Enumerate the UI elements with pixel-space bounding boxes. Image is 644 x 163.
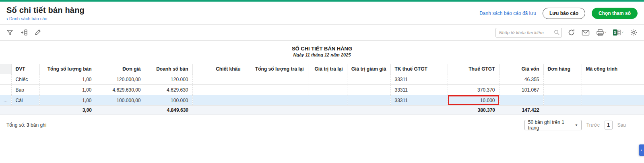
total-chiet_khau bbox=[192, 106, 245, 115]
cell-doanh_so_ban: 120.000 bbox=[145, 74, 192, 85]
cell-gia_tri_giam_gia bbox=[347, 74, 390, 85]
cell-tong_so_luong_ban: 1,00 bbox=[39, 95, 96, 106]
search-input[interactable] bbox=[495, 28, 562, 38]
edit-icon[interactable] bbox=[34, 29, 41, 36]
pager-prev-button[interactable]: Trước bbox=[586, 122, 600, 128]
total-tk_thue_gtgt bbox=[390, 106, 448, 115]
page-size-label: 50 bản ghi trên 1 trang bbox=[528, 119, 575, 131]
cell-tk_thue_gtgt: 33311 bbox=[390, 95, 448, 106]
cell-ma_cong_trinh bbox=[582, 85, 644, 95]
print-icon[interactable]: ˅ bbox=[596, 29, 607, 36]
search-icon[interactable] bbox=[554, 29, 559, 35]
report-subtitle: Ngày 11 tháng 12 năm 2025 bbox=[0, 52, 644, 57]
cell-gia_tri_tra_lai bbox=[308, 95, 347, 106]
search-box bbox=[495, 28, 562, 38]
breadcrumb[interactable]: ‹Danh sách báo cáo bbox=[6, 16, 85, 21]
settings-icon[interactable] bbox=[630, 29, 638, 36]
filter-icon[interactable] bbox=[6, 29, 13, 36]
choose-params-button[interactable]: Chọn tham số bbox=[592, 8, 638, 19]
col-header-actions[interactable] bbox=[0, 64, 11, 74]
table-row[interactable]: Chiếc1,00120.000,00120.0003331146.355 bbox=[0, 74, 644, 85]
table-row[interactable]: ...Cái1,00100.000,00100.0003331110.000 bbox=[0, 95, 644, 106]
report-heading: SỔ CHI TIẾT BÁN HÀNG Ngày 11 tháng 12 nă… bbox=[0, 46, 644, 57]
cell-chiet_khau bbox=[192, 85, 245, 95]
cell-thue_gtgt: 10.000 bbox=[448, 95, 499, 106]
table-footer: Tổng số: 3 bản ghi 50 bản ghi trên 1 tra… bbox=[0, 120, 644, 130]
cell-don_gia: 100.000,00 bbox=[96, 95, 145, 106]
cell-gia_tri_tra_lai bbox=[308, 85, 347, 95]
total-doanh_so_ban: 4.849.630 bbox=[145, 106, 192, 115]
cell-gia_von: 46.355 bbox=[499, 74, 543, 85]
cell-don_gia: 120.000,00 bbox=[96, 74, 145, 85]
cell-actions bbox=[0, 85, 11, 95]
col-header-don_gia[interactable]: Đơn giá bbox=[96, 64, 145, 74]
page-title: Sổ chi tiết bán hàng bbox=[6, 6, 85, 15]
record-count-prefix: Tổng số: bbox=[6, 122, 25, 128]
cell-thue_gtgt: 370.370 bbox=[448, 85, 499, 95]
refresh-icon[interactable] bbox=[568, 29, 575, 36]
cell-tk_thue_gtgt: 33311 bbox=[390, 85, 448, 95]
cell-actions bbox=[0, 74, 11, 85]
total-thue_gtgt: 380.370 bbox=[448, 106, 499, 115]
svg-text:X: X bbox=[614, 31, 617, 35]
total-gia_tri_giam_gia bbox=[347, 106, 390, 115]
total-don_gia bbox=[96, 106, 145, 115]
cell-thue_gtgt bbox=[448, 74, 499, 85]
col-header-don_hang[interactable]: Đơn hàng bbox=[543, 64, 582, 74]
cell-ma_cong_trinh bbox=[582, 74, 644, 85]
record-count-suffix: bản ghi bbox=[31, 122, 46, 128]
col-header-thue_gtgt[interactable]: Thuế GTGT bbox=[448, 64, 499, 74]
col-header-doanh_so_ban[interactable]: Doanh số bán bbox=[145, 64, 192, 74]
total-ma_cong_trinh bbox=[582, 106, 644, 115]
col-header-tk_thue_gtgt[interactable]: TK thuế GTGT bbox=[390, 64, 448, 74]
page-size-select[interactable]: 50 bản ghi trên 1 trang ▼ bbox=[524, 120, 582, 130]
collapse-panel-tab[interactable]: ‹ bbox=[639, 144, 644, 156]
pager-next-button[interactable]: Sau bbox=[617, 122, 626, 128]
total-dvt bbox=[11, 106, 39, 115]
cell-doanh_so_ban: 4.629.630 bbox=[145, 85, 192, 95]
table-totals-row: 3,004.849.630380.370147.422 bbox=[0, 106, 644, 115]
cell-gia_tri_giam_gia bbox=[347, 85, 390, 95]
add-column-icon[interactable] bbox=[20, 29, 28, 36]
cell-don_hang bbox=[543, 74, 582, 85]
total-gia_von: 147.422 bbox=[499, 106, 543, 115]
pager-current-page[interactable]: 1 bbox=[605, 121, 613, 130]
cell-gia_tri_tra_lai bbox=[308, 74, 347, 85]
col-header-chiet_khau[interactable]: Chiết khấu bbox=[192, 64, 245, 74]
saved-reports-link[interactable]: Danh sách báo cáo đã lưu bbox=[479, 10, 536, 16]
chevron-down-icon: ˅ bbox=[621, 31, 623, 34]
table-row[interactable]: Bao1,004.629.630,004.629.63033311370.370… bbox=[0, 85, 644, 95]
toolbar-left-icons bbox=[6, 29, 41, 36]
excel-icon[interactable]: X˅ bbox=[613, 29, 623, 36]
table-header-row: ĐVTTổng số lượng bánĐơn giáDoanh số bánC… bbox=[0, 64, 644, 74]
cell-tong_so_luong_ban: 1,00 bbox=[39, 74, 96, 85]
cell-doanh_so_ban: 100.000 bbox=[145, 95, 192, 106]
mail-icon[interactable] bbox=[582, 29, 590, 36]
col-header-gia_tri_tra_lai[interactable]: Giá trị trả lại bbox=[308, 64, 347, 74]
cell-gia_tri_giam_gia bbox=[347, 95, 390, 106]
page-header: Sổ chi tiết bán hàng ‹Danh sách báo cáo … bbox=[0, 2, 644, 25]
col-header-dvt[interactable]: ĐVT bbox=[11, 64, 39, 74]
total-don_hang bbox=[543, 106, 582, 115]
cell-ma_cong_trinh bbox=[582, 95, 644, 106]
report-title: SỔ CHI TIẾT BÁN HÀNG bbox=[0, 46, 644, 52]
col-header-gia_tri_giam_gia[interactable]: Giá trị giảm giá bbox=[347, 64, 390, 74]
toolbar-right-icons: ˅ X˅ bbox=[568, 29, 638, 36]
report-table: ĐVTTổng số lượng bánĐơn giáDoanh số bánC… bbox=[0, 64, 644, 115]
cell-gia_von: 101.067 bbox=[499, 85, 543, 95]
cell-tong_so_luong_tra_lai bbox=[245, 85, 308, 95]
col-header-tong_so_luong_tra_lai[interactable]: Tổng số lượng trả lại bbox=[245, 64, 308, 74]
col-header-ma_cong_trinh[interactable]: Mã công trình bbox=[582, 64, 644, 74]
cell-don_hang bbox=[543, 85, 582, 95]
cell-gia_von bbox=[499, 95, 543, 106]
cell-don_hang bbox=[543, 95, 582, 106]
cell-tk_thue_gtgt: 33311 bbox=[390, 74, 448, 85]
cell-chiet_khau bbox=[192, 95, 245, 106]
total-actions bbox=[0, 106, 11, 115]
breadcrumb-label: Danh sách báo cáo bbox=[9, 16, 47, 21]
save-report-button[interactable]: Lưu báo cáo bbox=[543, 8, 585, 19]
col-header-gia_von[interactable]: Giá vốn bbox=[499, 64, 543, 74]
col-header-tong_so_luong_ban[interactable]: Tổng số lượng bán bbox=[39, 64, 96, 74]
chevron-down-icon: ˅ bbox=[605, 31, 607, 34]
total-tong_so_luong_tra_lai bbox=[245, 106, 308, 115]
